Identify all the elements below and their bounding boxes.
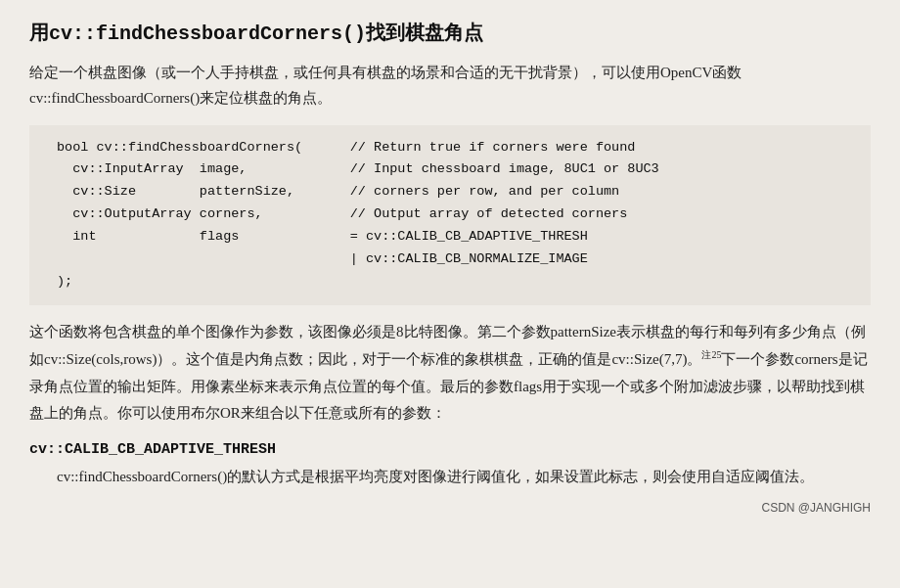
intro-paragraph: 给定一个棋盘图像（或一个人手持棋盘，或任何具有棋盘的场景和合适的无干扰背景），可… [29,60,871,112]
code-block: bool cv::findChessboardCorners( // Retur… [29,125,871,306]
section-heading-1: cv::CALIB_CB_ADAPTIVE_THRESH [29,441,871,458]
title-code: cv::findChessboardCorners() [49,23,366,45]
page-title: 用cv::findChessboardCorners()找到棋盘角点 [29,20,871,46]
footer-label: CSDN @JANGHIGH [761,501,871,515]
section-body-1: cv::findChessboardCorners()的默认方式是根据平均亮度对… [29,464,871,491]
body-text-1: 这个函数将包含棋盘的单个图像作为参数，该图像必须是8比特图像。第二个参数patt… [29,319,871,428]
